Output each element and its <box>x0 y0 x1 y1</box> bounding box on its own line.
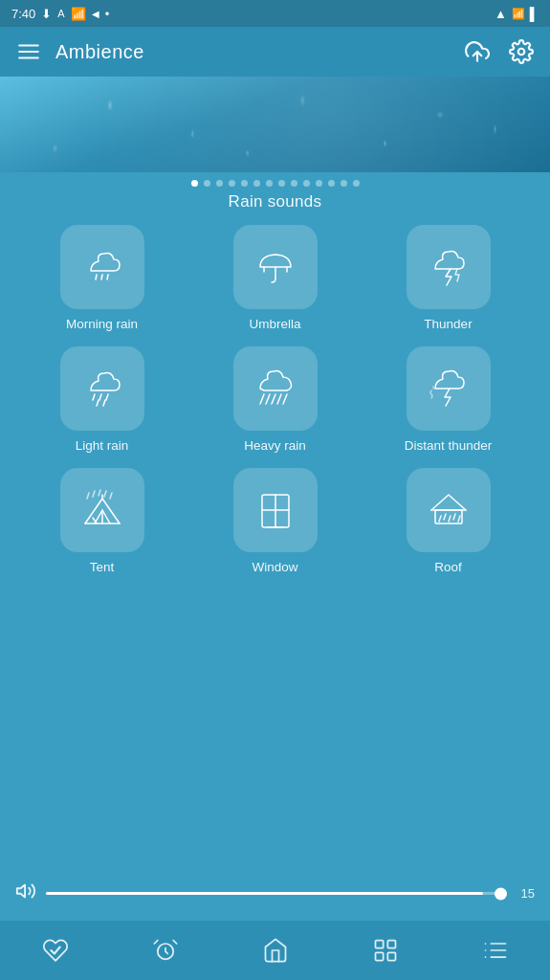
svg-line-39 <box>449 516 451 522</box>
dot-9[interactable] <box>291 180 297 187</box>
svg-line-44 <box>154 941 158 945</box>
svg-rect-47 <box>387 941 395 948</box>
dot-14[interactable] <box>353 180 360 187</box>
morning-rain-item[interactable]: Morning rain <box>27 225 177 331</box>
hero-banner <box>0 77 550 172</box>
light-rain-icon-box <box>60 346 144 431</box>
home-nav-item[interactable] <box>252 926 299 974</box>
svg-line-29 <box>104 491 106 497</box>
thunder-label: Thunder <box>424 317 472 331</box>
svg-line-26 <box>87 493 89 499</box>
status-right: ▲ 📶 ▌ <box>495 7 539 21</box>
light-rain-icon <box>77 364 127 413</box>
menu-button[interactable] <box>13 36 44 67</box>
status-left: 7:40 ⬇ A 📶 ◀ • <box>11 7 109 21</box>
svg-line-15 <box>103 400 105 406</box>
distant-thunder-icon <box>424 364 473 413</box>
status-bar: 7:40 ⬇ A 📶 ◀ • ▲ 📶 ▌ <box>0 0 550 27</box>
dot-3[interactable] <box>216 180 223 187</box>
dot-6[interactable] <box>253 180 260 187</box>
hero-overlay <box>0 77 550 172</box>
section-title: Rain sounds <box>0 192 550 212</box>
volume-thumb <box>495 887 507 900</box>
app-bar: Ambience <box>0 27 550 77</box>
svg-line-30 <box>110 493 112 499</box>
layers-nav-item[interactable] <box>362 926 409 974</box>
dot-2[interactable] <box>204 180 210 187</box>
roof-icon-box <box>407 468 491 552</box>
svg-line-13 <box>106 394 108 400</box>
app-title: Ambience <box>55 41 451 63</box>
svg-line-14 <box>97 400 99 406</box>
thunder-icon-box <box>407 225 491 309</box>
svg-marker-42 <box>17 885 25 898</box>
svg-line-27 <box>93 491 95 497</box>
svg-line-5 <box>96 275 97 279</box>
dot-icon: • <box>105 7 110 21</box>
dot-12[interactable] <box>328 180 335 187</box>
distant-thunder-icon-box <box>407 346 491 431</box>
signal-icon: 📶 <box>71 7 86 21</box>
svg-point-4 <box>518 49 525 56</box>
volume-slider[interactable] <box>46 892 506 895</box>
svg-line-17 <box>266 394 270 404</box>
main-content: Rain sounds Morning rain <box>0 77 550 973</box>
battery-icon: ▌ <box>530 7 539 21</box>
upload-button[interactable] <box>462 36 493 67</box>
alarm-nav-item[interactable] <box>142 926 189 974</box>
dot-11[interactable] <box>316 180 322 187</box>
svg-line-38 <box>444 514 446 520</box>
svg-line-40 <box>453 514 455 520</box>
dot-10[interactable] <box>303 180 310 187</box>
thunder-icon <box>424 242 473 292</box>
thunder-item[interactable]: Thunder <box>373 225 523 331</box>
favorites-icon <box>42 937 69 964</box>
morning-rain-icon-box <box>60 225 144 309</box>
volume-icon <box>15 880 36 906</box>
dot-8[interactable] <box>278 180 285 187</box>
svg-line-12 <box>99 394 101 400</box>
morning-rain-icon <box>77 242 127 292</box>
dot-1[interactable] <box>191 180 198 187</box>
layers-icon <box>372 937 399 964</box>
window-item[interactable]: Window <box>200 468 350 574</box>
tent-icon <box>77 485 127 535</box>
dot-4[interactable] <box>229 180 235 187</box>
tent-item[interactable]: Tent <box>27 468 177 574</box>
umbrella-item[interactable]: Umbrella <box>200 225 350 331</box>
list-nav-item[interactable] <box>472 926 519 974</box>
dot-5[interactable] <box>241 180 248 187</box>
light-rain-item[interactable]: Light rain <box>27 346 177 453</box>
svg-line-19 <box>277 394 281 404</box>
distant-thunder-item[interactable]: Distant thunder <box>373 346 523 453</box>
heavy-rain-label: Heavy rain <box>244 438 306 453</box>
wifi-icon: ▲ <box>495 7 507 21</box>
pagination-dots <box>0 172 550 192</box>
volume-fill <box>46 892 483 895</box>
svg-line-6 <box>101 275 102 279</box>
roof-label: Roof <box>434 560 462 574</box>
heavy-rain-item[interactable]: Heavy rain <box>200 346 350 453</box>
svg-line-41 <box>458 516 460 522</box>
svg-line-18 <box>272 394 275 404</box>
settings-button[interactable] <box>506 36 537 67</box>
umbrella-icon-box <box>233 225 318 309</box>
window-icon <box>251 485 300 535</box>
distant-thunder-label: Distant thunder <box>405 438 493 453</box>
roof-item[interactable]: Roof <box>373 468 523 574</box>
tent-icon-box <box>60 468 144 552</box>
signal-bars: 📶 <box>512 8 525 20</box>
favorites-nav-item[interactable] <box>32 926 79 974</box>
home-icon <box>262 937 289 964</box>
dot-13[interactable] <box>341 180 347 187</box>
download-icon: ⬇ <box>41 7 52 21</box>
morning-rain-label: Morning rain <box>66 317 138 331</box>
svg-line-45 <box>173 941 177 945</box>
window-label: Window <box>252 560 297 574</box>
svg-line-7 <box>107 275 108 279</box>
roof-icon <box>424 485 473 535</box>
dot-7[interactable] <box>266 180 273 187</box>
extra-icon: ◀ <box>92 9 99 19</box>
heavy-rain-icon-box <box>233 346 318 431</box>
svg-rect-48 <box>375 952 383 960</box>
